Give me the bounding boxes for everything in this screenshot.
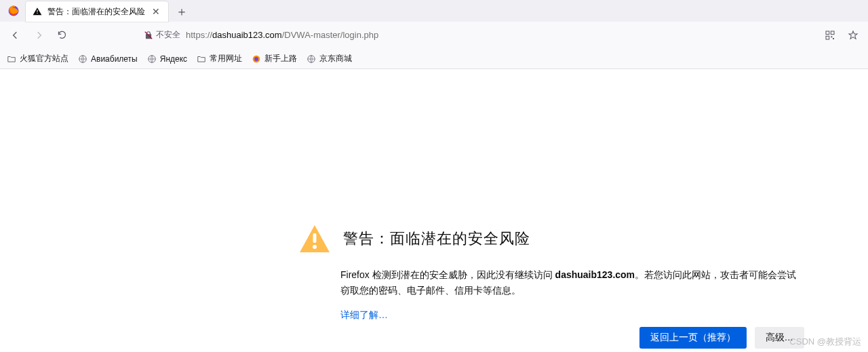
svg-rect-4 — [826, 36, 829, 39]
warning-triangle-icon — [298, 224, 331, 254]
nav-bar: 不安全 https://dashuaib123.com/DVWA-master/… — [0, 22, 868, 49]
security-label: 不安全 — [156, 29, 180, 41]
bookmark-label: Авиабилеты — [91, 54, 138, 64]
bookmark-label: 新手上路 — [264, 53, 297, 64]
bookmark-item[interactable]: Яндекс — [147, 54, 187, 64]
security-chip[interactable]: 不安全 — [144, 29, 180, 41]
bookmark-star-icon[interactable] — [844, 26, 863, 45]
active-tab[interactable]: 警告：面临潜在的安全风险 ✕ — [26, 1, 168, 22]
globe-icon — [147, 54, 157, 64]
svg-point-13 — [313, 245, 317, 249]
folder-icon — [7, 54, 16, 64]
globe-icon — [307, 54, 316, 64]
globe-icon — [78, 54, 87, 64]
bookmark-label: 京东商城 — [319, 53, 352, 64]
bookmark-item[interactable]: Авиабилеты — [78, 54, 138, 64]
bookmarks-bar: 火狐官方站点 Авиабилеты Яндекс 常用网址 新手上路 京东商城 — [0, 49, 868, 69]
forward-button[interactable] — [28, 25, 49, 45]
warning-title: 警告：面临潜在的安全风险 — [343, 229, 530, 249]
security-warning: 警告：面临潜在的安全风险 Firefox 检测到潜在的安全威胁，因此没有继续访问… — [298, 224, 804, 321]
go-back-button[interactable]: 返回上一页（推荐） — [639, 327, 747, 349]
bookmark-item[interactable]: 火狐官方站点 — [7, 53, 68, 64]
bookmark-item[interactable]: 京东商城 — [307, 53, 352, 64]
address-bar[interactable]: 不安全 https://dashuaib123.com/DVWA-master/… — [138, 25, 654, 45]
bookmark-label: 火狐官方站点 — [20, 53, 68, 64]
new-tab-button[interactable]: ＋ — [172, 2, 191, 21]
bookmark-item[interactable]: 新手上路 — [252, 53, 297, 64]
watermark: CSDN @教授背运 — [789, 336, 861, 348]
svg-rect-6 — [833, 38, 834, 39]
svg-rect-5 — [831, 36, 832, 37]
bookmark-label: 常用网址 — [210, 53, 242, 64]
svg-rect-3 — [831, 31, 834, 35]
url-text: https://dashuaib123.com/DVWA-master/logi… — [186, 30, 378, 40]
bookmark-label: Яндекс — [160, 54, 187, 64]
firefox-small-icon — [252, 54, 261, 64]
page-content: 警告：面临潜在的安全风险 Firefox 检测到潜在的安全威胁，因此没有继续访问… — [0, 69, 868, 352]
firefox-icon — [5, 3, 22, 19]
svg-rect-2 — [826, 31, 829, 35]
tab-title: 警告：面临潜在的安全风险 — [47, 6, 145, 18]
svg-point-10 — [254, 57, 258, 61]
close-icon[interactable]: ✕ — [151, 5, 161, 18]
bookmark-item[interactable]: 常用网址 — [197, 53, 242, 64]
warning-icon — [33, 7, 42, 16]
tab-strip: 警告：面临潜在的安全风险 ✕ ＋ — [0, 0, 868, 22]
learn-more-link[interactable]: 详细了解… — [340, 309, 388, 320]
warning-body: Firefox 检测到潜在的安全威胁，因此没有继续访问 dashuaib123.… — [340, 267, 804, 298]
folder-icon — [197, 54, 206, 64]
back-button[interactable] — [5, 25, 26, 45]
lock-slash-icon — [144, 31, 153, 40]
reload-button[interactable] — [52, 25, 72, 45]
qr-icon[interactable] — [821, 26, 840, 45]
svg-rect-12 — [313, 233, 317, 243]
